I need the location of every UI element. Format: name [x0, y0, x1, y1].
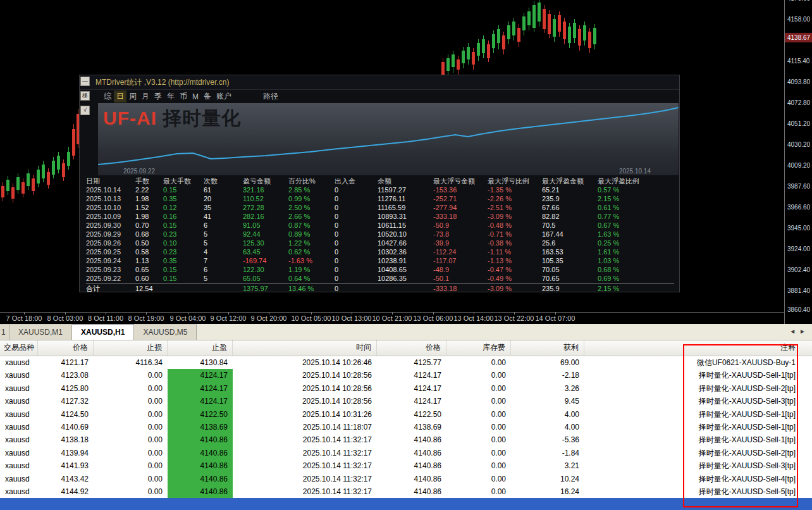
order-cell: 4140.86	[377, 447, 446, 459]
order-cell: 4140.86	[377, 485, 446, 498]
stats-cell: 0	[335, 221, 378, 230]
menu-item-年[interactable]: 年	[164, 90, 177, 103]
order-cell: 4124.17	[377, 382, 446, 395]
orders-header-cell[interactable]: 价格	[38, 340, 94, 356]
stats-cell: 20	[204, 194, 243, 203]
stats-cell: 0.65	[135, 265, 163, 274]
stats-cell: 0.70	[135, 221, 163, 230]
stats-cell: 1.61 %	[598, 247, 654, 256]
order-cell	[94, 498, 168, 510]
stats-cell: 70.65	[542, 274, 598, 283]
order-row-selected[interactable]	[0, 498, 812, 510]
tab-scroll-left-icon[interactable]: ◄	[789, 328, 799, 335]
stats-header-cell: 日期	[86, 177, 135, 185]
stats-cell: 10302.36	[378, 247, 433, 256]
order-cell: 0.00	[94, 485, 168, 498]
tab-xauusd-m5[interactable]: XAUUSD,M5	[134, 324, 197, 340]
menu-item-币[interactable]: 币	[177, 90, 190, 103]
stats-cell: 63.45	[243, 247, 288, 256]
stats-cell: 2.85 %	[288, 185, 335, 194]
candle-body	[477, 43, 480, 56]
stats-row: 2025.10.142.220.1561321.162.85 %011597.2…	[86, 185, 674, 194]
order-cell: 0.00	[94, 433, 168, 446]
menu-item-M[interactable]: M	[190, 92, 201, 102]
order-cell: 0.00	[94, 447, 168, 459]
candle-body	[441, 62, 445, 75]
menu-item-综[interactable]: 综	[101, 90, 114, 103]
time-label: 9 Oct 04:00	[170, 314, 206, 322]
stats-row: 2025.09.250.580.23463.450.62 %010302.36-…	[86, 247, 674, 256]
time-axis[interactable]: 7 Oct 18:008 Oct 03:008 Oct 11:008 Oct 1…	[0, 313, 784, 324]
stats-header-row: 日期手数最大手数次数盈亏金额百分比%出入金余额最大浮亏金额最大浮亏比例最大浮盈金…	[86, 177, 674, 185]
tab-xauusd-m1[interactable]: XAUUSD,M1	[9, 324, 72, 340]
stats-cell: 0.99 %	[288, 194, 335, 203]
candle-body	[568, 27, 571, 43]
order-row[interactable]: xauusd4143.420.004140.862025.10.14 11:32…	[0, 473, 812, 485]
stats-cell: 10611.15	[378, 221, 433, 230]
orders-header-cell[interactable]: 止损	[94, 340, 168, 356]
orders-header-cell[interactable]: 注释	[584, 340, 812, 356]
equity-strategy-label: 择时量化	[163, 108, 241, 128]
order-cell: 0.00	[446, 447, 511, 459]
equity-brand-label: UF-AI	[103, 108, 157, 128]
order-row[interactable]: xauusd4141.930.004140.862025.10.14 11:32…	[0, 459, 812, 472]
orders-header-cell[interactable]: 止盈	[168, 340, 233, 356]
order-row[interactable]: xauusd4125.800.004124.172025.10.14 10:28…	[0, 382, 812, 395]
stats-header-cell: 手数	[135, 177, 163, 185]
stats-header-cell: 最大浮盈比例	[598, 177, 654, 185]
stats-cell: 0.15	[163, 221, 204, 230]
stats-cell: 92.44	[243, 230, 288, 239]
menu-item-账户[interactable]: 账户	[214, 90, 234, 103]
order-row[interactable]: xauusd4127.320.004124.172025.10.14 10:28…	[0, 395, 812, 407]
candle-body	[32, 178, 35, 191]
menu-item-月[interactable]: 月	[139, 90, 152, 103]
stats-cell: 1.03 %	[598, 256, 654, 265]
order-cell: 4122.50	[168, 408, 233, 421]
price-label: 4009.20	[787, 162, 810, 169]
order-cell: 2025.10.14 10:28:56	[233, 395, 377, 407]
price-axis[interactable]: 4138.67 4179.604158.004115.404093.804072…	[784, 0, 812, 324]
stats-cell: 2025.10.13	[86, 194, 135, 203]
tab-1[interactable]: 1	[0, 324, 9, 340]
order-cell: 2025.10.14 10:28:56	[233, 382, 377, 395]
orders-header-cell[interactable]: 价格	[377, 340, 446, 356]
stats-cell: -2.51 %	[488, 203, 542, 212]
stats-cell: 0	[335, 239, 378, 247]
orders-header-cell[interactable]: 交易品种	[0, 340, 38, 356]
order-cell	[446, 498, 511, 510]
menu-item-日[interactable]: 日	[114, 90, 126, 103]
minimize-button[interactable]: —	[80, 77, 90, 86]
order-row[interactable]: xauusd4140.690.004138.692025.10.14 11:18…	[0, 421, 812, 433]
menu-item-周[interactable]: 周	[126, 90, 139, 103]
order-row[interactable]: xauusd4124.500.004122.502025.10.14 10:31…	[0, 408, 812, 421]
stats-cell: 35	[204, 203, 243, 212]
panel-titlebar[interactable]: MTDriver统计 ,V3.12 (http://mtdriver.cn)	[80, 75, 679, 90]
order-row[interactable]: xauusd4144.920.004140.862025.10.14 11:32…	[0, 485, 812, 498]
order-row[interactable]: xauusd4138.180.004140.862025.10.14 11:32…	[0, 433, 812, 446]
tab-scroll-arrows[interactable]: ◄►	[789, 328, 809, 335]
menu-item-path[interactable]: 路径	[263, 91, 278, 102]
orders-header-cell[interactable]: 时间	[233, 340, 377, 356]
tab-scroll-right-icon[interactable]: ►	[799, 328, 809, 335]
order-row[interactable]: xauusd4139.940.004140.862025.10.14 11:32…	[0, 447, 812, 459]
menu-item-备[interactable]: 备	[201, 90, 214, 103]
time-label: 8 Oct 03:00	[47, 314, 83, 322]
tab-xauusd-h1[interactable]: XAUUSD,H1	[72, 324, 134, 340]
orders-header-cell[interactable]: 库存费	[446, 340, 511, 356]
price-label: 3924.00	[787, 246, 810, 252]
order-row[interactable]: xauusd4123.080.004124.172025.10.14 10:28…	[0, 369, 812, 382]
orders-header-cell[interactable]: 获利	[511, 340, 584, 356]
order-cell: 69.00	[511, 356, 584, 369]
candle-body	[47, 172, 50, 185]
stats-cell: 282.16	[243, 212, 288, 221]
move-button[interactable]: 移	[80, 91, 90, 101]
confirm-button[interactable]: √	[80, 106, 90, 115]
order-cell: xauusd	[0, 421, 38, 433]
order-cell: 0.00	[94, 459, 168, 472]
order-row[interactable]: xauusd4121.174116.344130.842025.10.14 10…	[0, 356, 812, 369]
order-cell: 4.00	[511, 421, 584, 433]
menu-item-季[interactable]: 季	[152, 90, 164, 103]
mtdriver-stats-panel: MTDriver统计 ,V3.12 (http://mtdriver.cn) 综…	[79, 75, 680, 292]
stats-header-cell: 最大浮亏比例	[488, 177, 542, 185]
order-cell: 微信UF0621-XAUUSD-Buy-1	[584, 356, 812, 369]
